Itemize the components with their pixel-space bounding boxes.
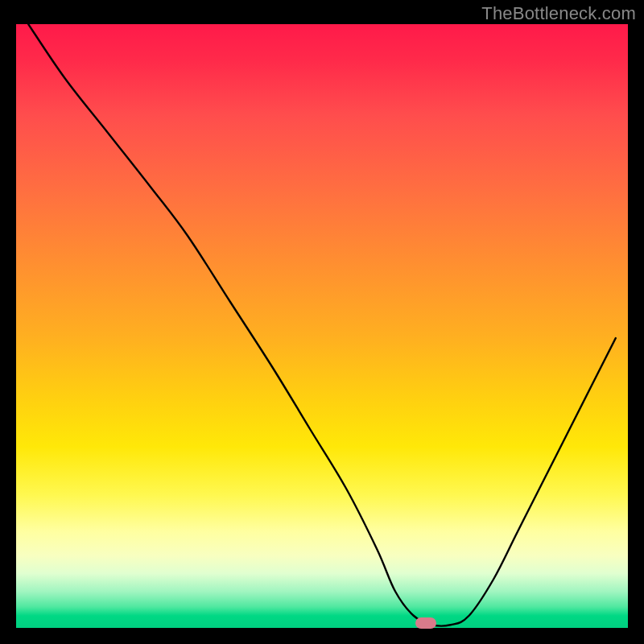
curve-layer bbox=[16, 24, 628, 628]
optimum-marker bbox=[415, 617, 436, 629]
watermark-text: TheBottleneck.com bbox=[481, 3, 636, 24]
plot-area bbox=[16, 24, 628, 628]
bottleneck-curve bbox=[28, 24, 616, 626]
